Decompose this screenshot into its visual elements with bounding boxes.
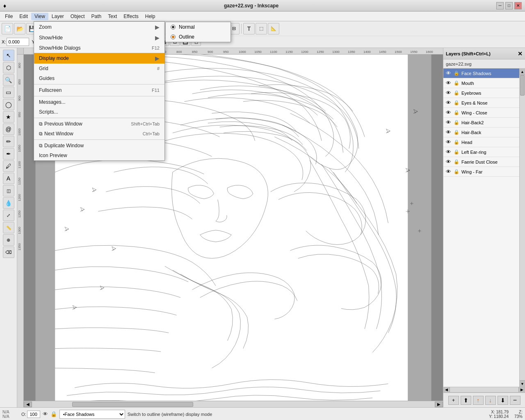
menubar-item-help[interactable]: Help [142, 13, 159, 20]
layer-item-mouth[interactable]: 👁 🔒 Mouth [443, 78, 519, 88]
raise-layer-button[interactable]: ↑ [473, 396, 484, 405]
layer-lock-wing-far[interactable]: 🔒 [453, 169, 460, 175]
layers-scroll-right[interactable]: ▶ [518, 387, 525, 392]
text-tool-left[interactable]: A [3, 173, 14, 184]
close-button[interactable]: ✕ [514, 2, 522, 9]
menubar-item-file[interactable]: File [2, 13, 16, 20]
rect-tool[interactable]: ▭ [3, 87, 14, 98]
layer-item-hair-back2[interactable]: 👁 🔒 Hair-Back2 [443, 118, 519, 128]
layer-eye-eyes-nose[interactable]: 👁 [445, 100, 452, 106]
layer-lock-hair-back[interactable]: 🔒 [453, 129, 460, 136]
layer-eye-hair-back[interactable]: 👁 [445, 129, 452, 136]
add-layer-button[interactable]: + [448, 396, 459, 405]
menubar-item-object[interactable]: Object [67, 13, 88, 20]
menu-display-mode[interactable]: Display mode ▶ [34, 53, 164, 64]
open-button[interactable]: 📂 [14, 23, 25, 34]
callig-tool[interactable]: 🖊 [3, 160, 14, 172]
connector-tool[interactable]: ⤢ [3, 210, 14, 221]
layer-item-face-shadows[interactable]: 👁 🔒 Face Shadows [443, 68, 519, 78]
menu-icon-preview[interactable]: Icon Preview [34, 151, 164, 160]
layers-scroll-left[interactable]: ◀ [443, 387, 450, 392]
dm-normal[interactable]: Normal [166, 22, 231, 32]
menubar-item-path[interactable]: Path [88, 13, 105, 20]
spiral-tool[interactable]: @ [3, 123, 14, 135]
pen-tool[interactable]: ✒ [3, 148, 14, 160]
scroll-right-btn[interactable]: ▶ [435, 402, 443, 407]
dm-outline[interactable]: Outline [166, 32, 231, 42]
layer-eye-faerie-dust[interactable]: 👁 [445, 159, 452, 165]
remove-layer-button[interactable]: − [510, 396, 520, 405]
scroll-left-btn[interactable]: ◀ [24, 402, 32, 407]
raise-to-top-button[interactable]: ⬆ [461, 396, 471, 405]
layer-eye-left-earring[interactable]: 👁 [445, 149, 452, 155]
layer-lock-wing-close[interactable]: 🔒 [453, 110, 460, 116]
layer-eye-face-shadows[interactable]: 👁 [445, 70, 452, 77]
layer-item-wing-close[interactable]: 👁 🔒 Wing - Close [443, 108, 519, 118]
layer-lock-left-earring[interactable]: 🔒 [453, 149, 460, 155]
ellipse-tool[interactable]: ◯ [3, 99, 14, 110]
vscroll-thumb[interactable] [520, 75, 525, 96]
layer-eye-wing-close[interactable]: 👁 [445, 110, 452, 116]
lower-layer-button[interactable]: ↓ [485, 396, 496, 405]
layer-lock-eyebrows[interactable]: 🔒 [453, 90, 460, 96]
spray-tool[interactable]: ⊕ [3, 234, 14, 246]
layer-eye-eyebrows[interactable]: 👁 [445, 90, 452, 96]
star-tool[interactable]: ★ [3, 111, 14, 123]
dropper-tool[interactable]: 💧 [3, 197, 14, 209]
maximize-button[interactable]: □ [505, 2, 513, 9]
layer-item-wing-far[interactable]: 👁 🔒 Wing - Far [443, 167, 519, 177]
menu-duplicate-window[interactable]: ⧉ Duplicate Window [34, 141, 164, 151]
eye-icon[interactable]: 👁 [43, 411, 48, 417]
menubar-item-effects[interactable]: Effects [120, 13, 142, 20]
layer-lock-hair-back2[interactable]: 🔒 [453, 119, 460, 126]
text-tool[interactable]: T [243, 23, 255, 34]
menu-guides[interactable]: Guides [34, 73, 164, 83]
menubar-item-view[interactable]: View [31, 13, 48, 20]
current-layer-select[interactable]: •Face Shadows Mouth Eyebrows Eyes & Nose… [59, 410, 125, 419]
fill-stroke[interactable]: ⬚ [256, 23, 267, 34]
lower-to-bottom-button[interactable]: ⬇ [498, 396, 508, 405]
hscrollbar[interactable]: ◀ ▶ [24, 401, 443, 407]
layers-hscroll-track[interactable] [450, 387, 518, 392]
layer-eye-head[interactable]: 👁 [445, 139, 452, 146]
layer-item-head[interactable]: 👁 🔒 Head [443, 137, 519, 147]
scroll-up-btn[interactable]: ▲ [520, 68, 525, 75]
menu-grid[interactable]: Grid # [34, 64, 164, 73]
new-button[interactable]: 📄 [2, 23, 13, 34]
layer-item-hair-back[interactable]: 👁 🔒 Hair-Back [443, 128, 519, 137]
layer-lock-eyes-nose[interactable]: 🔒 [453, 100, 460, 106]
menu-show-hide-dialogs[interactable]: Show/Hide Dialogs F12 [34, 43, 164, 53]
measure-tool[interactable]: 📏 [3, 222, 14, 233]
layer-item-left-earring[interactable]: 👁 🔒 Left Ear-ring [443, 147, 519, 157]
layer-lock-faerie-dust[interactable]: 🔒 [453, 159, 460, 165]
select-tool[interactable]: ↖ [3, 50, 14, 61]
menu-prev-window[interactable]: ⧉ Previous Window Shift+Ctrl+Tab [34, 119, 164, 129]
zoom-tool[interactable]: 🔍 [3, 74, 14, 86]
eraser-tool[interactable]: ⌫ [3, 247, 14, 258]
pencil-tool[interactable]: ✏ [3, 136, 14, 147]
menu-zoom[interactable]: Zoom ▶ [34, 22, 164, 32]
x-input[interactable] [7, 38, 29, 46]
scroll-down-btn[interactable]: ▼ [520, 380, 525, 387]
menubar-item-edit[interactable]: Edit [16, 13, 31, 20]
layer-lock-mouth[interactable]: 🔒 [453, 80, 460, 87]
menubar-item-layer[interactable]: Layer [48, 13, 67, 20]
menu-next-window[interactable]: ⧉ Next Window Ctrl+Tab [34, 129, 164, 139]
layer-item-eyes-nose[interactable]: 👁 🔒 Eyes & Nose [443, 98, 519, 108]
opacity-input[interactable] [27, 411, 40, 418]
minimize-button[interactable]: ─ [496, 2, 504, 9]
menubar-item-text[interactable]: Text [105, 13, 120, 20]
layers-close-icon[interactable]: ✕ [518, 50, 523, 57]
layers-vscrollbar[interactable]: ▲ ▼ [519, 68, 525, 387]
menu-show-hide[interactable]: Show/Hide ▶ [34, 32, 164, 43]
layer-lock-head[interactable]: 🔒 [453, 139, 460, 146]
layer-eye-hair-back2[interactable]: 👁 [445, 119, 452, 126]
layers-hscroll[interactable]: ◀ ▶ [443, 387, 525, 393]
node-tool[interactable]: ⬡ [3, 62, 14, 73]
layer-eye-wing-far[interactable]: 👁 [445, 169, 452, 175]
layer-lock-face-shadows[interactable]: 🔒 [453, 70, 460, 77]
layer-item-eyebrows[interactable]: 👁 🔒 Eyebrows [443, 88, 519, 98]
hscroll-thumb[interactable] [72, 402, 193, 407]
layer-item-faerie-dust[interactable]: 👁 🔒 Faerie Dust Close [443, 157, 519, 167]
menu-fullscreen[interactable]: Fullscreen F11 [34, 85, 164, 95]
